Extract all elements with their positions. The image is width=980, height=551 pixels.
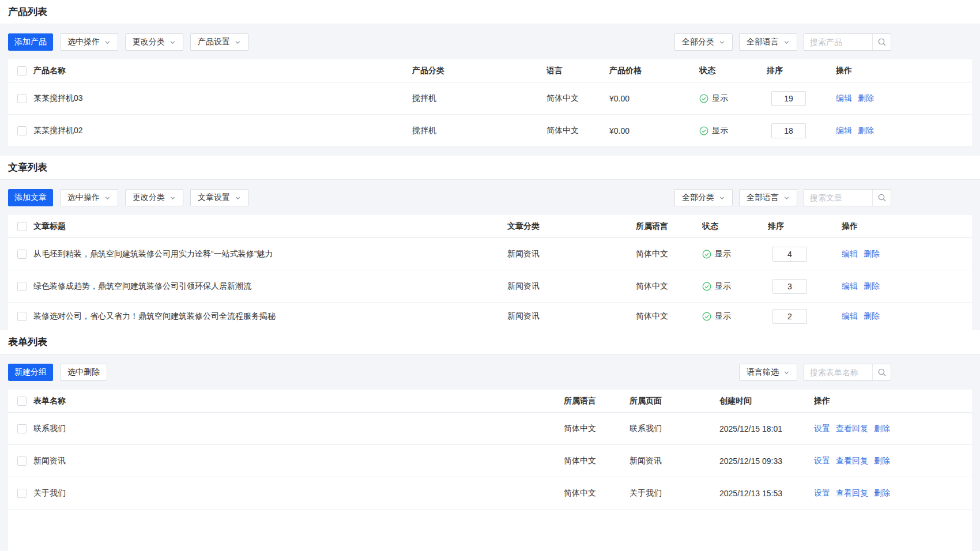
add-product-button[interactable]: 添加产品 <box>8 33 53 51</box>
settings-link[interactable]: 设置 <box>814 456 830 466</box>
product-search-input[interactable] <box>804 34 872 50</box>
new-group-button[interactable]: 新建分组 <box>8 364 53 381</box>
delete-link[interactable]: 删除 <box>864 311 880 322</box>
forms-toolbar: 新建分组 选中删除 语言筛选 <box>8 364 972 381</box>
products-section-title: 产品列表 <box>8 5 47 18</box>
header-checkbox-cell <box>8 222 33 231</box>
chevron-down-icon <box>783 195 790 201</box>
delete-link[interactable]: 删除 <box>874 488 890 499</box>
view-replies-link[interactable]: 查看回复 <box>836 456 868 466</box>
chevron-down-icon <box>235 39 241 46</box>
check-circle-icon <box>699 126 708 135</box>
status-cell: 显示 <box>702 249 768 259</box>
language-filter-dropdown[interactable]: 语言筛选 <box>739 364 797 381</box>
form-search-box <box>804 364 891 381</box>
selected-actions-dropdown[interactable]: 选中操作 <box>60 33 118 51</box>
name-cell: 某某搅拌机02 <box>33 126 412 136</box>
page-cell: 新闻资讯 <box>630 456 719 466</box>
edit-link[interactable]: 编辑 <box>836 93 852 104</box>
selected-actions-dropdown[interactable]: 选中操作 <box>60 189 118 206</box>
row-checkbox[interactable] <box>17 126 27 135</box>
articles-title-bar: 文章列表 <box>0 156 980 180</box>
row-checkbox[interactable] <box>17 489 27 498</box>
settings-link[interactable]: 设置 <box>814 424 830 434</box>
row-checkbox[interactable] <box>17 94 27 103</box>
sort-cell <box>768 247 842 262</box>
actions-cell: 设置查看回复删除 <box>814 456 972 466</box>
articles-table: 文章标题文章分类所属语言状态排序操作从毛坯到精装，鼎筑空间建筑装修公司用实力诠释… <box>8 215 972 330</box>
products-title-bar: 产品列表 <box>0 0 980 24</box>
edit-link[interactable]: 编辑 <box>842 311 858 322</box>
delete-link[interactable]: 删除 <box>858 126 874 136</box>
all-categories-filter-dropdown[interactable]: 全部分类 <box>674 189 733 206</box>
header-checkbox-cell <box>8 397 33 406</box>
select-all-checkbox[interactable] <box>17 222 27 231</box>
status-label: 显示 <box>712 93 728 104</box>
search-icon[interactable] <box>872 190 891 206</box>
table-row: 联系我们简体中文联系我们2025/12/15 18:01设置查看回复删除 <box>8 413 972 445</box>
actions-cell: 编辑删除 <box>836 126 972 136</box>
row-checkbox[interactable] <box>17 424 27 433</box>
article-search-input[interactable] <box>804 190 872 206</box>
delete-link[interactable]: 删除 <box>864 249 880 259</box>
form-search-input[interactable] <box>804 364 872 380</box>
search-icon[interactable] <box>872 34 891 50</box>
delete-link[interactable]: 删除 <box>858 93 874 104</box>
table-header-row: 产品名称产品分类语言产品价格状态排序操作 <box>8 59 972 82</box>
edit-link[interactable]: 编辑 <box>842 281 858 292</box>
forms-section-title: 表单列表 <box>8 335 47 349</box>
category-cell: 搅拌机 <box>412 126 546 136</box>
column-header: 文章标题 <box>33 221 507 232</box>
row-checkbox[interactable] <box>17 282 27 291</box>
category-cell: 搅拌机 <box>412 93 546 104</box>
sort-input[interactable] <box>772 279 807 294</box>
add-article-button[interactable]: 添加文章 <box>8 189 53 206</box>
row-checkbox-cell <box>8 94 33 103</box>
search-icon[interactable] <box>872 364 891 380</box>
edit-link[interactable]: 编辑 <box>842 249 858 259</box>
select-all-checkbox[interactable] <box>17 66 27 76</box>
language-cell: 简体中文 <box>636 249 702 259</box>
select-all-checkbox[interactable] <box>17 397 27 406</box>
delete-selected-button[interactable]: 选中删除 <box>60 364 107 381</box>
sort-input[interactable] <box>771 123 806 138</box>
sort-input[interactable] <box>771 91 806 106</box>
view-replies-link[interactable]: 查看回复 <box>836 488 868 499</box>
row-checkbox[interactable] <box>17 456 27 466</box>
dropdown-label: 全部语言 <box>747 193 779 203</box>
column-header: 操作 <box>814 396 972 406</box>
forms-toolbar-right: 语言筛选 <box>739 364 891 381</box>
all-categories-filter-dropdown[interactable]: 全部分类 <box>674 33 733 51</box>
column-header: 语言 <box>546 66 609 76</box>
chevron-down-icon <box>719 39 725 46</box>
dropdown-label: 更改分类 <box>133 193 165 203</box>
delete-link[interactable]: 删除 <box>864 281 880 292</box>
status-cell: 显示 <box>699 93 767 104</box>
chevron-down-icon <box>104 39 111 46</box>
row-checkbox-cell <box>8 489 33 498</box>
row-checkbox[interactable] <box>17 312 27 321</box>
check-circle-icon <box>702 250 711 259</box>
row-checkbox[interactable] <box>17 250 27 259</box>
table-header-row: 文章标题文章分类所属语言状态排序操作 <box>8 215 972 238</box>
article-settings-dropdown[interactable]: 文章设置 <box>190 189 248 206</box>
products-toolbar-right: 全部分类 全部语言 <box>674 33 891 51</box>
view-replies-link[interactable]: 查看回复 <box>836 424 868 434</box>
sort-input[interactable] <box>772 309 807 324</box>
change-category-dropdown[interactable]: 更改分类 <box>125 33 183 51</box>
product-settings-dropdown[interactable]: 产品设置 <box>190 33 248 51</box>
delete-link[interactable]: 删除 <box>874 424 890 434</box>
actions-cell: 编辑删除 <box>842 311 972 322</box>
all-languages-filter-dropdown[interactable]: 全部语言 <box>739 189 797 206</box>
name-cell: 新闻资讯 <box>33 456 564 466</box>
change-category-dropdown[interactable]: 更改分类 <box>125 189 183 206</box>
status-label: 显示 <box>712 126 728 136</box>
column-header: 状态 <box>699 66 767 76</box>
settings-link[interactable]: 设置 <box>814 488 830 499</box>
edit-link[interactable]: 编辑 <box>836 126 852 136</box>
sort-input[interactable] <box>772 247 807 262</box>
delete-link[interactable]: 删除 <box>874 456 890 466</box>
all-languages-filter-dropdown[interactable]: 全部语言 <box>739 33 797 51</box>
sort-cell <box>768 279 842 294</box>
actions-cell: 编辑删除 <box>842 281 972 292</box>
